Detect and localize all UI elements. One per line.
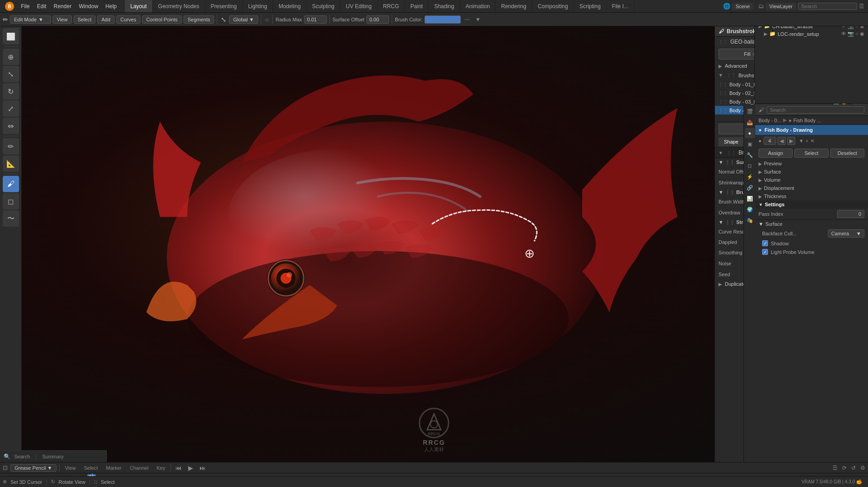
tab-rendering[interactable]: Rendering (496, 0, 532, 12)
props-scene-icon[interactable]: 🎭 (745, 215, 755, 225)
props-search-input[interactable] (767, 106, 864, 114)
brush-color-dropdown-icon[interactable]: ▼ (474, 15, 483, 24)
view-layer-icon[interactable]: 🗂 (758, 3, 764, 10)
radius-max-input[interactable] (304, 15, 327, 24)
props-world-icon[interactable]: 🌍 (745, 204, 755, 214)
displacement-section[interactable]: ▶ Displacement (755, 184, 868, 192)
tab-compositing[interactable]: Compositing (532, 0, 574, 12)
tl-select-menu[interactable]: Select (81, 465, 101, 471)
tab-presenting[interactable]: Presenting (205, 0, 243, 12)
toolbar-segments-btn[interactable]: Segments (184, 15, 215, 24)
toolbar-curves-btn[interactable]: Curves (116, 15, 140, 24)
mat-browse-icon[interactable]: ▼ (799, 138, 804, 144)
backface-dropdown[interactable]: Camera ▼ (828, 229, 864, 238)
indirect-icon-2[interactable]: ◉ (860, 31, 864, 37)
props-output-icon[interactable]: 📤 (745, 117, 755, 127)
render-icon-2[interactable]: 📷 (848, 31, 854, 37)
mat-new-icon[interactable]: + (806, 138, 808, 144)
tool-annotate[interactable]: ✏ (3, 138, 19, 154)
tool-select-cursor[interactable]: ⬜ (3, 28, 19, 45)
tl-key-menu[interactable]: Key (154, 465, 168, 471)
rotate-view-label[interactable]: Rotate View (59, 479, 85, 485)
set-3d-cursor-label[interactable]: Set 3D Cursor (10, 479, 42, 485)
main-viewport[interactable]: ⊕ Z Y X + (22, 26, 782, 462)
light-probe-checkbox[interactable] (762, 249, 768, 255)
props-material-icon[interactable]: ● (745, 128, 755, 138)
tab-uv-editing[interactable]: UV Editing (340, 0, 378, 12)
tab-lighting[interactable]: Lighting (243, 0, 273, 12)
surface-settings-section[interactable]: ▼ Surface (755, 219, 868, 228)
scene-icon[interactable]: 🌐 (723, 3, 730, 10)
tool-draw-brush[interactable]: 🖌 (3, 176, 19, 192)
tool-smooth[interactable]: 〜 (3, 210, 19, 227)
tab-file[interactable]: File I... (607, 0, 634, 12)
tool-measure[interactable]: 📐 (3, 155, 19, 172)
tab-animation[interactable]: Animation (460, 0, 495, 12)
thickness-section[interactable]: ▶ Thickness (755, 192, 868, 200)
tab-shape[interactable]: Shape (718, 137, 744, 146)
toolbar-control-points-btn[interactable]: Control Points (142, 15, 182, 24)
pass-index-value[interactable]: 0 (837, 210, 864, 218)
props-data-icon[interactable]: 📊 (745, 194, 755, 204)
mat-prev-btn[interactable]: ◀ (778, 137, 786, 145)
menu-render[interactable]: Render (50, 2, 75, 10)
tool-cursor[interactable]: ⊕ (3, 49, 19, 65)
menu-file[interactable]: File (17, 2, 33, 10)
select-btn[interactable]: Select (794, 149, 828, 158)
preview-section[interactable]: ▶ Preview (755, 159, 868, 168)
tool-transform[interactable]: ⇔ (3, 118, 19, 134)
shadow-checkbox[interactable] (762, 240, 768, 246)
tab-scripting[interactable]: Scripting (574, 0, 607, 12)
menu-help[interactable]: Help (102, 2, 120, 10)
menu-edit[interactable]: Edit (33, 2, 50, 10)
volume-section[interactable]: ▶ Volume (755, 176, 868, 184)
select-label[interactable]: Select (101, 479, 115, 485)
tl-view-menu[interactable]: View (62, 465, 79, 471)
tl-marker-menu[interactable]: Marker (103, 465, 124, 471)
tab-paint[interactable]: Paint (405, 0, 429, 12)
select-icon[interactable]: □ (94, 479, 97, 485)
timeline-mode-icon[interactable]: ⊡ (3, 464, 8, 471)
props-render-icon[interactable]: 🎬 (745, 106, 755, 116)
menu-window[interactable]: Window (75, 2, 102, 10)
props-physics-icon[interactable]: ⚡ (745, 172, 755, 182)
visible-icon-2[interactable]: 👁 (841, 31, 846, 37)
tl-next-frame-icon[interactable]: ⏭ (198, 464, 208, 472)
surface-mat-section[interactable]: ▶ Surface (755, 168, 868, 176)
toolbar-select-btn[interactable]: Select (74, 15, 96, 24)
tab-shading[interactable]: Shading (429, 0, 460, 12)
props-particles-icon[interactable]: ⊡ (745, 161, 755, 171)
tab-geometry-nodes[interactable]: Geometry Nodes (153, 0, 205, 12)
grease-pencil-mode-dropdown[interactable]: Grease Pencil ▼ (10, 464, 56, 472)
assign-btn[interactable]: Assign (758, 149, 793, 158)
settings-section[interactable]: ▼ Settings (755, 200, 868, 209)
tool-scale[interactable]: ⤢ (3, 100, 19, 117)
tl-settings-icon[interactable]: ⚙ (860, 465, 865, 471)
mode-dropdown[interactable]: Edit Mode ▼ (10, 15, 51, 24)
tool-rotate[interactable]: ↻ (3, 83, 19, 99)
transform-icon[interactable]: ⤡ (221, 16, 226, 23)
material-number[interactable]: 4 (763, 137, 776, 145)
top-search-input[interactable] (798, 3, 857, 10)
surface-offset-input[interactable] (366, 15, 389, 24)
toolbar-add-btn[interactable]: Add (97, 15, 115, 24)
set-3d-cursor-icon[interactable]: ⊕ (3, 479, 7, 485)
mat-next-btn[interactable]: ▶ (787, 137, 795, 145)
tab-modeling[interactable]: Modeling (273, 0, 307, 12)
breadcrumb-fish[interactable]: Fish Body ... (793, 118, 821, 123)
proportional-edit-icon[interactable]: ○ (265, 16, 269, 23)
tab-layout[interactable]: Layout (125, 0, 153, 12)
toolbar-view-btn[interactable]: View (53, 15, 72, 24)
holdout-icon-2[interactable]: ○ (855, 31, 858, 37)
tl-loop-icon[interactable]: ↺ (851, 465, 856, 471)
mode-icon[interactable]: ✏ (3, 16, 8, 23)
props-constraints-icon[interactable]: 🔗 (745, 183, 755, 193)
props-modifier-icon[interactable]: 🔧 (745, 150, 755, 160)
brush-color-swatch[interactable] (424, 15, 461, 24)
deselect-btn[interactable]: Deselect (830, 149, 864, 158)
breadcrumb-body[interactable]: Body - 0... (758, 118, 781, 123)
tl-play-icon[interactable]: ▶ (186, 464, 195, 472)
filter-icon[interactable]: ☰ (859, 3, 864, 10)
rotate-view-icon[interactable]: ↻ (51, 479, 55, 485)
tl-channel-menu[interactable]: Channel (127, 465, 151, 471)
